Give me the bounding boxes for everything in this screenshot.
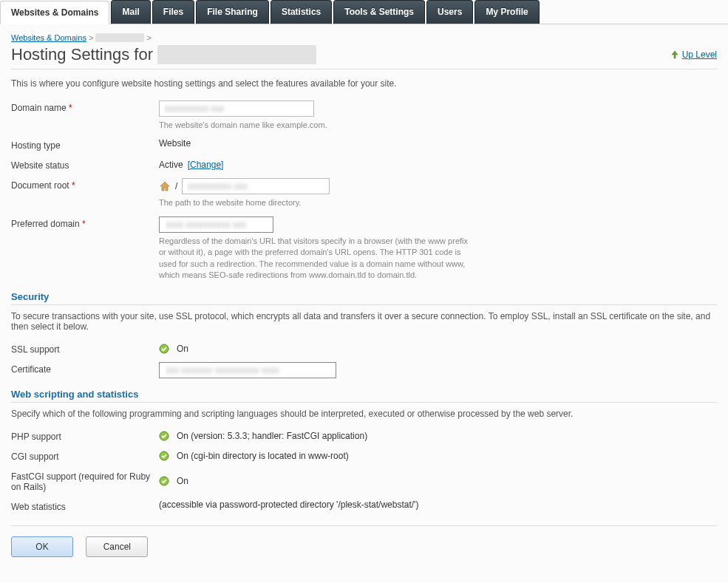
website-status-value: Active [159, 160, 183, 170]
fastcgi-support-value: On [177, 476, 188, 486]
security-section-title: Security [11, 291, 717, 305]
button-bar: OK Cancel [11, 525, 717, 557]
tab-users[interactable]: Users [426, 0, 473, 24]
domain-name-label: Domain name * [11, 100, 159, 131]
check-icon [159, 344, 169, 354]
document-root-label: Document root * [11, 178, 159, 208]
security-section-desc: To secure transactions with your site, u… [11, 311, 717, 332]
breadcrumb-sep: > [89, 33, 93, 42]
preferred-domain-label: Preferred domain * [11, 217, 159, 282]
hosting-type-value: Website [159, 138, 717, 151]
up-level-label: Up Level [682, 50, 717, 60]
web-statistics-label: Web statistics [11, 500, 159, 512]
preferred-domain-select[interactable]: xxxx xxxxxxxxxx xxx [159, 217, 273, 233]
scripting-section-desc: Specify which of the following programmi… [11, 409, 717, 419]
page-title-domain: xxxxxxxxxxxxxxx xxxx [157, 45, 316, 64]
tab-my-profile[interactable]: My Profile [474, 0, 539, 24]
tab-websites-domains[interactable]: Websites & Domains [0, 1, 109, 24]
document-root-input[interactable] [182, 178, 330, 194]
tab-statistics[interactable]: Statistics [271, 0, 332, 24]
breadcrumb: Websites & Domains > xxxxxxxxxxxx > [11, 33, 717, 42]
up-arrow-icon [670, 50, 679, 59]
certificate-label: Certificate [11, 362, 159, 378]
domain-name-input[interactable] [159, 100, 314, 117]
certificate-select[interactable]: xxx xxxxxxx xxxxxxxxxx xxxx [159, 362, 336, 378]
breadcrumb-sep-2: > [147, 33, 152, 42]
main-tabs: Websites & Domains Mail Files File Shari… [0, 0, 728, 24]
check-icon [159, 451, 169, 461]
cgi-support-value: On (cgi-bin directory is located in www-… [177, 451, 349, 461]
scripting-section-title: Web scripting and statistics [11, 389, 717, 403]
php-support-value: On (version: 5.3.3; handler: FastCGI app… [177, 431, 367, 441]
tab-files[interactable]: Files [152, 0, 194, 24]
intro-text: This is where you configure website host… [11, 78, 717, 89]
docroot-slash: / [175, 181, 177, 191]
breadcrumb-current: xxxxxxxxxxxx [95, 33, 144, 42]
check-icon [159, 476, 169, 486]
page-title: Hosting Settings for xxxxxxxxxxxxxxx xxx… [11, 45, 316, 64]
ssl-support-value: On [177, 344, 188, 354]
cancel-button[interactable]: Cancel [86, 536, 148, 557]
tab-file-sharing[interactable]: File Sharing [196, 0, 269, 24]
check-icon [159, 431, 169, 441]
page-title-prefix: Hosting Settings for [11, 45, 157, 64]
breadcrumb-root-link[interactable]: Websites & Domains [11, 33, 86, 42]
tab-mail[interactable]: Mail [111, 0, 150, 24]
tab-tools-settings[interactable]: Tools & Settings [333, 0, 425, 24]
ok-button[interactable]: OK [11, 536, 73, 557]
home-icon [159, 181, 171, 191]
cgi-support-label: CGI support [11, 449, 159, 462]
web-statistics-value: (accessible via password-protected direc… [159, 500, 717, 512]
fastcgi-support-label: FastCGI support (required for Ruby on Ra… [11, 469, 159, 492]
preferred-domain-hint: Regardless of the domain's URL that visi… [159, 236, 469, 282]
change-status-link[interactable]: [Change] [188, 160, 224, 170]
hosting-type-label: Hosting type [11, 138, 159, 151]
domain-name-hint: The website's domain name like example.c… [159, 120, 469, 131]
php-support-label: PHP support [11, 429, 159, 442]
website-status-label: Website status [11, 158, 159, 171]
document-root-hint: The path to the website home directory. [159, 197, 469, 208]
up-level-link[interactable]: Up Level [670, 50, 717, 60]
ssl-support-label: SSL support [11, 342, 159, 355]
